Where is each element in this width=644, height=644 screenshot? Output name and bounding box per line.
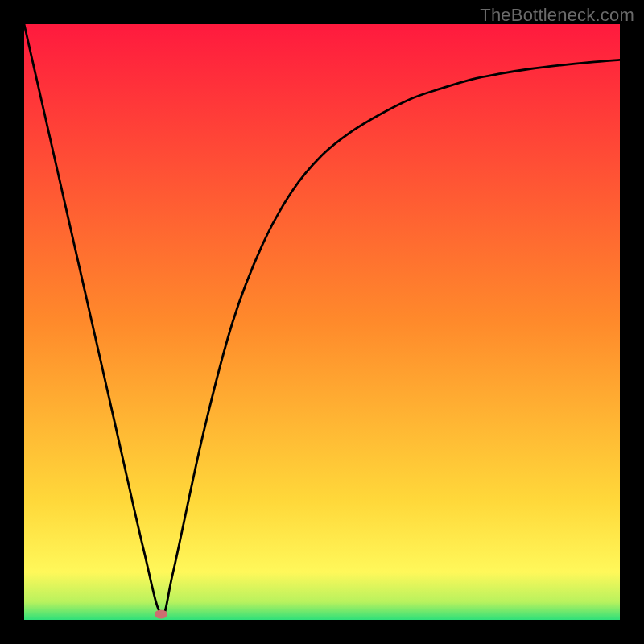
min-marker xyxy=(155,609,167,618)
watermark-text: TheBottleneck.com xyxy=(480,5,634,26)
plot-area xyxy=(24,24,620,620)
chart-stage: TheBottleneck.com xyxy=(0,0,644,644)
